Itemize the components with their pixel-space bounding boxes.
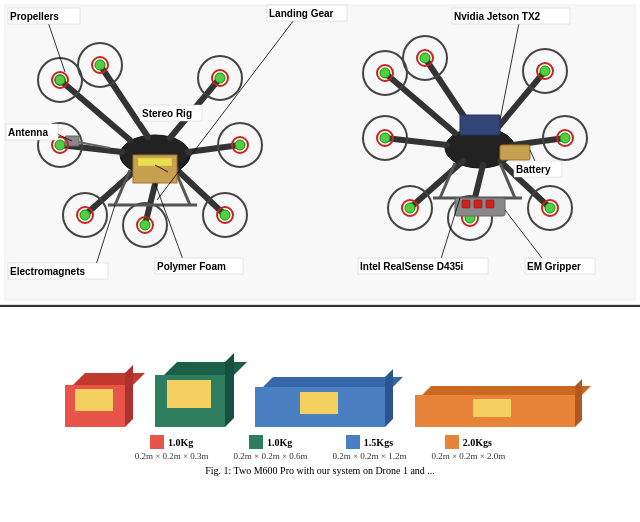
svg-text:Landing Gear: Landing Gear <box>269 8 334 19</box>
svg-rect-107 <box>514 161 562 177</box>
svg-text:Stereo Rig: Stereo Rig <box>142 108 192 119</box>
svg-line-94 <box>95 205 115 268</box>
svg-line-47 <box>513 138 565 145</box>
legend-weight-orange: 2.0Kgs <box>463 437 492 448</box>
main-container: Propellers Antenna Stereo Rig Electromag… <box>0 0 640 522</box>
svg-line-106 <box>530 150 538 168</box>
svg-point-64 <box>388 186 432 230</box>
svg-point-59 <box>560 133 570 143</box>
svg-line-97 <box>155 183 185 265</box>
legend-weight-red: 1.0Kg <box>168 437 193 448</box>
legend-color-red: 1.0Kg <box>150 435 193 449</box>
svg-point-43 <box>445 128 515 168</box>
svg-rect-89 <box>6 124 58 140</box>
svg-line-46 <box>495 71 545 131</box>
svg-point-70 <box>537 63 553 79</box>
svg-point-1 <box>120 135 190 175</box>
svg-rect-113 <box>525 258 595 274</box>
svg-text:Electromagnets: Electromagnets <box>10 266 85 277</box>
svg-point-71 <box>557 130 573 146</box>
box-orange <box>415 395 575 427</box>
svg-rect-86 <box>8 8 80 24</box>
svg-rect-101 <box>267 5 347 21</box>
box-3d-red <box>65 370 125 427</box>
box-green-pad <box>167 380 211 408</box>
svg-point-38 <box>232 137 248 153</box>
svg-line-112 <box>505 210 545 262</box>
legend-dims-red: 0.2m × 0.2m × 0.3m <box>135 451 209 461</box>
legend-weight-green: 1.0Kg <box>267 437 292 448</box>
svg-line-51 <box>385 138 447 145</box>
svg-line-4 <box>170 78 220 138</box>
svg-point-75 <box>377 130 393 146</box>
svg-line-50 <box>410 161 463 208</box>
svg-line-5 <box>188 145 240 152</box>
svg-rect-79 <box>455 198 505 216</box>
svg-line-28 <box>115 170 130 205</box>
svg-line-8 <box>85 168 138 215</box>
svg-line-103 <box>500 18 520 120</box>
svg-point-24 <box>63 193 107 237</box>
svg-point-18 <box>218 123 262 167</box>
svg-point-37 <box>212 70 228 86</box>
svg-point-16 <box>198 56 242 100</box>
legend-item-green: 1.0Kg 0.2m × 0.2m × 0.6m <box>234 435 308 461</box>
objects-row <box>65 317 575 427</box>
svg-point-35 <box>52 72 68 88</box>
svg-point-42 <box>52 137 68 153</box>
legend-dims-blue: 0.2m × 0.2m × 1.2m <box>333 451 407 461</box>
svg-line-9 <box>60 145 122 152</box>
svg-point-17 <box>215 73 225 83</box>
svg-point-53 <box>380 68 390 78</box>
svg-point-10 <box>38 58 82 102</box>
svg-line-88 <box>55 133 72 141</box>
svg-text:Battery: Battery <box>516 164 551 175</box>
legend-item-orange: 2.0Kgs 0.2m × 0.2m × 2.0m <box>431 435 505 461</box>
svg-rect-0 <box>5 5 635 300</box>
svg-line-2 <box>60 80 130 140</box>
svg-rect-110 <box>358 258 488 274</box>
object-item-red <box>65 370 125 427</box>
svg-line-7 <box>145 172 158 225</box>
svg-rect-92 <box>140 105 202 121</box>
svg-point-74 <box>402 200 418 216</box>
box-red <box>65 385 125 427</box>
svg-text:Polymer Foam: Polymer Foam <box>157 261 226 272</box>
svg-line-29 <box>175 170 190 205</box>
svg-text:Intel RealSense D435i: Intel RealSense D435i <box>360 261 464 272</box>
svg-line-48 <box>500 161 550 208</box>
svg-rect-34 <box>65 136 79 146</box>
box-red-pad <box>75 389 113 411</box>
svg-point-22 <box>123 203 167 247</box>
svg-line-6 <box>175 168 225 215</box>
box-3d-blue <box>255 372 385 427</box>
box-green <box>155 375 225 427</box>
svg-point-61 <box>545 203 555 213</box>
svg-point-57 <box>540 66 550 76</box>
svg-rect-80 <box>462 200 470 208</box>
legend-item-red: 1.0Kg 0.2m × 0.2m × 0.3m <box>135 435 209 461</box>
svg-point-20 <box>203 193 247 237</box>
svg-point-27 <box>55 140 65 150</box>
svg-rect-32 <box>138 158 172 166</box>
svg-line-85 <box>48 22 65 72</box>
svg-rect-98 <box>155 258 243 274</box>
svg-point-69 <box>417 50 433 66</box>
svg-rect-82 <box>486 200 494 208</box>
svg-line-49 <box>470 165 483 218</box>
svg-point-55 <box>420 53 430 63</box>
legend-weight-blue: 1.5Kgs <box>364 437 393 448</box>
svg-rect-95 <box>8 263 108 279</box>
color-swatch-orange <box>445 435 459 449</box>
color-swatch-red <box>150 435 164 449</box>
svg-point-73 <box>462 210 478 226</box>
legend-dims-orange: 0.2m × 0.2m × 2.0m <box>431 451 505 461</box>
object-item-orange <box>415 375 575 427</box>
object-item-green <box>155 365 225 427</box>
color-swatch-green <box>249 435 263 449</box>
figure-caption: Fig. 1: Two M600 Pro with our system on … <box>205 465 435 476</box>
svg-line-3 <box>100 65 148 137</box>
svg-point-56 <box>523 49 567 93</box>
legend-color-orange: 2.0Kgs <box>445 435 492 449</box>
svg-point-41 <box>77 207 93 223</box>
